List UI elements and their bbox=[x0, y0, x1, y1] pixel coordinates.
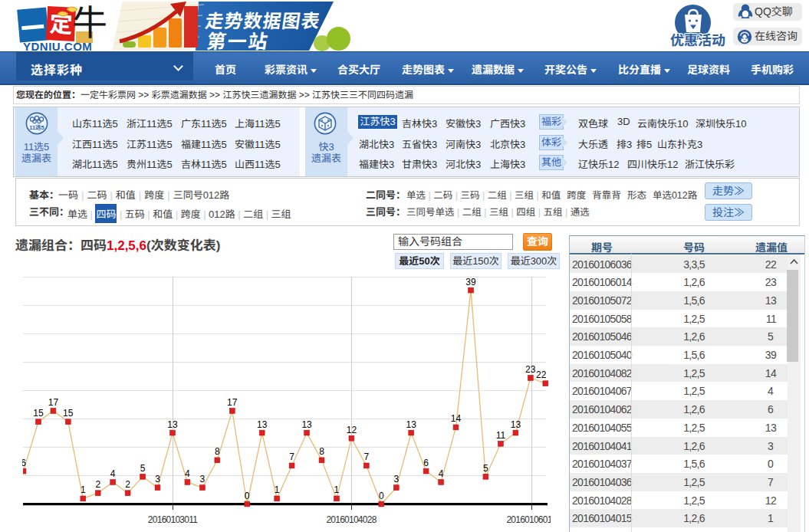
svg-text:15: 15 bbox=[33, 408, 44, 419]
svg-text:13: 13 bbox=[301, 419, 312, 430]
svg-text:7: 7 bbox=[363, 452, 369, 462]
svg-text:3: 3 bbox=[393, 474, 399, 484]
svg-text:4: 4 bbox=[439, 468, 444, 479]
svg-text:17: 17 bbox=[227, 397, 238, 408]
svg-text:14: 14 bbox=[451, 413, 462, 424]
svg-text:17: 17 bbox=[48, 397, 59, 408]
svg-text:5: 5 bbox=[140, 463, 146, 474]
svg-text:2: 2 bbox=[125, 479, 130, 490]
svg-text:1: 1 bbox=[334, 484, 340, 495]
svg-text:20160103011: 20160103011 bbox=[148, 514, 198, 525]
svg-text:3: 3 bbox=[200, 474, 206, 484]
svg-text:20160104028: 20160104028 bbox=[326, 514, 377, 525]
svg-text:0: 0 bbox=[245, 491, 250, 501]
svg-text:15: 15 bbox=[63, 408, 74, 419]
svg-text:4: 4 bbox=[185, 468, 190, 479]
svg-text:6: 6 bbox=[22, 458, 26, 468]
svg-text:2: 2 bbox=[95, 479, 100, 490]
svg-text:11选5: 11选5 bbox=[29, 124, 44, 131]
svg-text:13: 13 bbox=[167, 419, 178, 430]
svg-text:8: 8 bbox=[319, 446, 324, 457]
svg-text:7: 7 bbox=[289, 452, 294, 462]
svg-text:8: 8 bbox=[215, 446, 220, 457]
svg-text:12: 12 bbox=[347, 425, 357, 435]
svg-text:3: 3 bbox=[155, 474, 160, 484]
svg-text:13: 13 bbox=[406, 419, 417, 430]
svg-text:1: 1 bbox=[81, 484, 86, 495]
svg-text:13: 13 bbox=[511, 419, 521, 430]
svg-text:39: 39 bbox=[465, 277, 476, 287]
svg-text:1: 1 bbox=[275, 484, 280, 495]
svg-text:0: 0 bbox=[379, 491, 384, 501]
svg-text:6: 6 bbox=[423, 458, 429, 468]
svg-text:5: 5 bbox=[483, 463, 488, 474]
svg-text:20160106010: 20160106010 bbox=[506, 514, 551, 525]
svg-text:13: 13 bbox=[257, 419, 268, 430]
svg-text:11: 11 bbox=[496, 430, 506, 441]
svg-text:4: 4 bbox=[110, 468, 116, 479]
svg-text:23: 23 bbox=[525, 364, 536, 375]
svg-text:22: 22 bbox=[536, 369, 547, 380]
